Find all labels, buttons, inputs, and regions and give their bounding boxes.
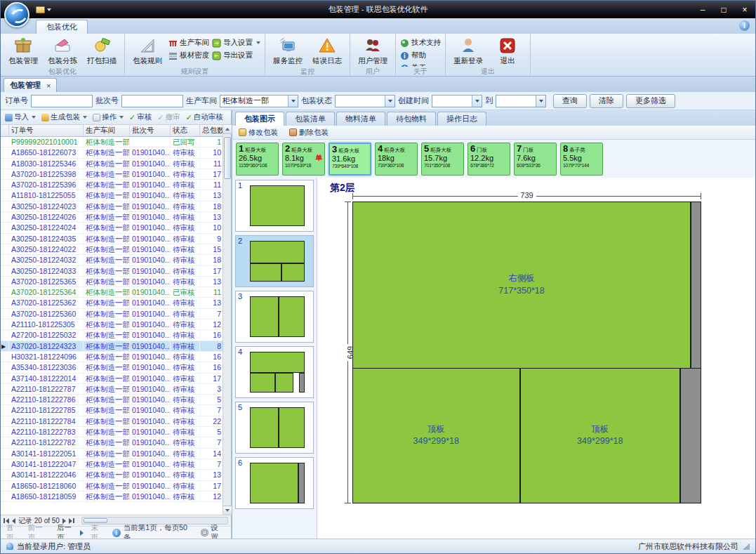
table-row[interactable]: A30250-181224022 柜体制造一部 01901040... 待审核 … [1, 244, 231, 255]
package-rules-button[interactable]: 包装规则 [129, 35, 166, 66]
layer-thumbnail[interactable]: 1 [235, 180, 314, 232]
delete-package-button[interactable]: 删除包装 [287, 128, 331, 138]
package-manage-button[interactable]: 包装管理 [5, 35, 41, 66]
table-row[interactable]: A27200-181225032 柜体制造一部 01901040... 待审核 … [1, 330, 231, 341]
layer-thumbnail[interactable]: 6 [235, 457, 314, 509]
app-logo-icon[interactable] [4, 2, 29, 27]
unaudit-button[interactable]: ✓ 撤审 [155, 112, 182, 122]
workshop-settings-button[interactable]: 生产车间 [168, 38, 209, 48]
search-button[interactable]: 查询 [553, 94, 587, 108]
tab-package-diagram[interactable]: 包装图示 [235, 112, 284, 126]
tab-close-icon[interactable]: × [46, 81, 51, 90]
table-row[interactable]: A11810-181225055 柜体制造一部 01901040... 待审核 … [1, 190, 231, 201]
more-filters-button[interactable]: 更多筛选 [626, 94, 675, 108]
table-row[interactable]: A37020-181225365 柜体制造一部 01901040... 待审核 … [1, 277, 231, 287]
table-row[interactable]: A30250-181224026 柜体制造一部 01901040... 待审核 … [1, 212, 231, 223]
close-button[interactable]: × [734, 3, 755, 16]
table-row[interactable]: A37020-181225362 柜体制造一部 01901040... 待审核 … [1, 298, 231, 308]
package-card[interactable]: 3柜身大板 31.6kg 739*649*108 [329, 143, 371, 176]
scroll-down-icon[interactable] [223, 506, 232, 515]
resize-grip[interactable] [743, 543, 750, 550]
table-row[interactable]: P999992021010001 柜体制造一部 已回写 1 [1, 137, 231, 147]
table-row[interactable]: A35340-181223036 柜体制造一部 01901040... 待审核 … [1, 362, 231, 373]
table-row[interactable]: A30250-181224023 柜体制造一部 01901040... 待审核 … [1, 202, 231, 212]
import-settings-button[interactable]: 导入设置 [212, 38, 260, 48]
col-batch[interactable]: 批次号 [130, 125, 171, 136]
table-row[interactable]: A22110-181222787 柜体制造一部 01901040... 待审核 … [1, 384, 231, 395]
panel-top-board-right[interactable]: 顶板 349*299*18 [520, 368, 680, 503]
user-manage-button[interactable]: 用户管理 [354, 35, 391, 66]
tab-material-list[interactable]: 物料清单 [336, 112, 385, 126]
tab-pending-materials[interactable]: 待包物料 [387, 112, 436, 126]
relogin-button[interactable]: 重新登录 [450, 35, 486, 66]
package-card[interactable]: 2柜身大板 8.1kg单 1079*639*18 [282, 143, 325, 176]
package-card[interactable]: 8条子类 5.5kg 1079*70*144 [560, 143, 603, 176]
layer-thumbnail[interactable]: 2 [235, 235, 314, 287]
created-from-select[interactable] [432, 95, 482, 107]
auto-audit-button[interactable]: ✓ 自动审核 [183, 112, 225, 122]
audit-button[interactable]: ✓ 审核 [127, 112, 154, 122]
exit-button[interactable]: 退出 [489, 35, 526, 66]
table-row[interactable]: A21110-181225305 柜体制造一部 01901040... 待审核 … [1, 319, 231, 330]
ribbon-tab-packaging[interactable]: 包装优化 [36, 20, 88, 34]
error-log-button[interactable]: 错误日志 [309, 35, 345, 66]
edit-package-button[interactable]: 修改包装 [237, 128, 280, 138]
maximize-button[interactable]: □ [713, 3, 734, 16]
clear-button[interactable]: 清除 [590, 94, 623, 108]
help-icon[interactable] [739, 20, 750, 31]
created-to-select[interactable] [496, 95, 546, 107]
package-card[interactable]: 4柜身大板 18kg 739*360*108 [375, 143, 418, 176]
table-row[interactable]: A37140-181222014 柜体制造一部 01901040... 待审核 … [1, 374, 231, 384]
scroll-up-icon[interactable] [223, 125, 232, 134]
table-row[interactable]: A37020-181225396 柜体制造一部 01901040... 待审核 … [1, 180, 231, 190]
package-card[interactable]: 5柜身大板 15.7kg 701*350*108 [421, 143, 464, 176]
table-row[interactable]: A22110-181222785 柜体制造一部 01901040... 待审核 … [1, 405, 231, 416]
minimize-button[interactable]: – [692, 3, 713, 16]
package-card[interactable]: 1柜身大板 26.5kg 1155*360*108 [236, 143, 279, 176]
batch-input[interactable] [121, 95, 183, 107]
package-sort-button[interactable]: 包装分拣 [44, 35, 81, 66]
table-row[interactable]: A37020-181224323 柜体制造一部 01901040... 待审核 … [1, 341, 231, 352]
table-row[interactable]: A30250-181224032 柜体制造一部 01901040... 待审核 … [1, 255, 231, 265]
workshop-select[interactable]: 柜体制造一部 [220, 95, 298, 107]
doc-tab-package-manage[interactable]: 包装管理 × [4, 78, 57, 92]
tab-package-list[interactable]: 包装清单 [286, 112, 335, 126]
tab-operation-log[interactable]: 操作日志 [437, 112, 486, 126]
tech-support-button[interactable]: 技术支持 [400, 38, 441, 48]
table-row[interactable]: A22110-181222782 柜体制造一部 01901040... 待审核 … [1, 437, 231, 448]
table-row[interactable]: A30250-181224024 柜体制造一部 01901040... 待审核 … [1, 223, 231, 233]
layer-thumbnail[interactable]: 5 [235, 402, 314, 454]
panel-top-board-left[interactable]: 顶板 349*299*18 [352, 368, 520, 503]
generate-package-button[interactable]: 生成包装 [39, 112, 89, 122]
status-select[interactable] [335, 95, 395, 107]
table-row[interactable]: A30141-181222051 柜体制造一部 01901040... 待审核 … [1, 449, 231, 459]
table-row[interactable]: A22110-181222784 柜体制造一部 01901040... 待审核 … [1, 416, 231, 427]
table-row[interactable]: A37020-181225398 柜体制造一部 01901040... 待审核 … [1, 169, 231, 180]
scrollbar-thumb[interactable] [224, 137, 231, 179]
col-workshop[interactable]: 生产车间 [84, 125, 130, 136]
col-order[interactable]: 订单号 [9, 125, 84, 136]
layer-thumbnail[interactable]: 4 [235, 346, 314, 398]
about-button[interactable]: 关于 [400, 63, 441, 67]
col-total[interactable]: 总包数 [200, 125, 224, 136]
table-row[interactable]: A30141-181222046 柜体制造一部 01901040... 待审核 … [1, 470, 231, 480]
table-row[interactable]: A18650-181218059 柜体制造一部 01901040... 待审核 … [1, 492, 231, 502]
service-monitor-button[interactable]: 服务监控 [270, 35, 306, 66]
scrollbar-thumb[interactable] [84, 518, 107, 523]
help-button[interactable]: 帮助 [400, 51, 441, 60]
layer-thumbnail[interactable]: 3 [235, 291, 314, 343]
horizontal-scrollbar[interactable] [81, 517, 228, 525]
vertical-scrollbar[interactable] [223, 125, 231, 515]
package-card[interactable]: 7门板 7.6kg 608*533*36 [514, 143, 557, 176]
col-status[interactable]: 状态 [171, 125, 200, 136]
table-row[interactable]: A18030-181225346 柜体制造一部 01901040... 待审核 … [1, 159, 231, 169]
package-card[interactable]: 6门板 12.2kg 678*386*72 [467, 143, 510, 176]
table-row[interactable]: A18650-181226073 柜体制造一部 01901040... 待审核 … [1, 147, 231, 158]
import-menu-button[interactable]: 导入 [3, 112, 38, 122]
order-input[interactable] [31, 95, 93, 107]
table-row[interactable]: A30250-181224033 柜体制造一部 01901040... 待审核 … [1, 266, 231, 277]
operate-menu-button[interactable]: 操作 [91, 112, 126, 122]
table-row[interactable]: H30321-181224096 柜体制造一部 01901040... 待审核 … [1, 352, 231, 362]
board-density-button[interactable]: 板材密度 [168, 51, 209, 60]
table-row[interactable]: A37020-181225360 柜体制造一部 01901040... 待审核 … [1, 309, 231, 319]
